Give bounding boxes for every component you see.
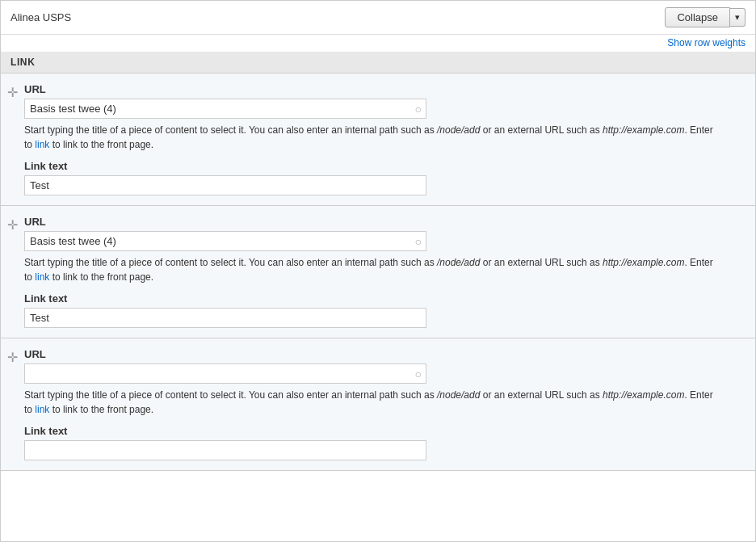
url-input[interactable] (24, 231, 426, 251)
header: Alinea USPS Collapse ▾ (1, 1, 755, 35)
url-label: URL (24, 83, 746, 95)
drag-handle-icon[interactable]: ✛ (7, 350, 18, 365)
link-row-content: URL ○ Start typing the title of a piece … (24, 216, 746, 328)
help-path: /node/add (437, 124, 480, 136)
url-clear-icon[interactable]: ○ (415, 235, 422, 248)
link-row-content: URL ○ Start typing the title of a piece … (24, 83, 746, 195)
collapse-dropdown-button[interactable]: ▾ (730, 8, 746, 27)
link-text-label: Link text (24, 425, 746, 437)
link-anchor[interactable]: link (35, 139, 49, 150)
help-path: /node/add (437, 257, 480, 268)
link-text-label: Link text (24, 160, 746, 172)
url-input-wrapper: ○ (24, 231, 426, 251)
url-help-text: Start typing the title of a piece of con… (24, 123, 719, 152)
url-label: URL (24, 216, 746, 228)
link-text-input[interactable] (24, 440, 426, 460)
collapse-btn-group: Collapse ▾ (665, 7, 746, 27)
url-help-text: Start typing the title of a piece of con… (24, 255, 719, 284)
url-input-wrapper: ○ (24, 99, 426, 119)
module-title: Alinea USPS (10, 11, 71, 23)
page-wrapper: Alinea USPS Collapse ▾ Show row weights … (0, 0, 756, 542)
section-header: LINK (1, 52, 755, 74)
link-row: ✛ URL ○ Start typing the title of a piec… (1, 74, 755, 206)
url-input-wrapper: ○ (24, 363, 426, 384)
link-anchor[interactable]: link (35, 271, 49, 283)
dropdown-arrow-icon: ▾ (735, 12, 740, 22)
link-row: ✛ URL ○ Start typing the title of a piec… (1, 206, 755, 338)
help-url: http://example.com (603, 124, 684, 136)
show-row-weights-link[interactable]: Show row weights (667, 37, 746, 48)
link-rows-container: ✛ URL ○ Start typing the title of a piec… (1, 74, 755, 471)
help-path: /node/add (437, 389, 480, 401)
link-row: ✛ URL ○ Start typing the title of a piec… (1, 338, 755, 471)
drag-handle-icon[interactable]: ✛ (7, 217, 18, 233)
url-help-text: Start typing the title of a piece of con… (24, 388, 719, 417)
url-input[interactable] (24, 99, 426, 119)
url-clear-icon[interactable]: ○ (415, 368, 422, 380)
drag-handle-icon[interactable]: ✛ (7, 85, 18, 100)
show-row-weights-bar: Show row weights (1, 35, 755, 52)
link-text-label: Link text (24, 292, 746, 305)
collapse-button[interactable]: Collapse (665, 7, 730, 27)
link-anchor[interactable]: link (35, 404, 49, 415)
help-url: http://example.com (603, 257, 684, 268)
help-url: http://example.com (603, 389, 684, 401)
header-controls: Collapse ▾ (665, 7, 746, 27)
link-text-input[interactable] (24, 308, 426, 328)
url-input[interactable] (24, 363, 426, 384)
url-label: URL (24, 348, 746, 360)
url-clear-icon[interactable]: ○ (415, 103, 422, 116)
link-text-input[interactable] (24, 175, 426, 195)
link-row-content: URL ○ Start typing the title of a piece … (24, 348, 746, 460)
